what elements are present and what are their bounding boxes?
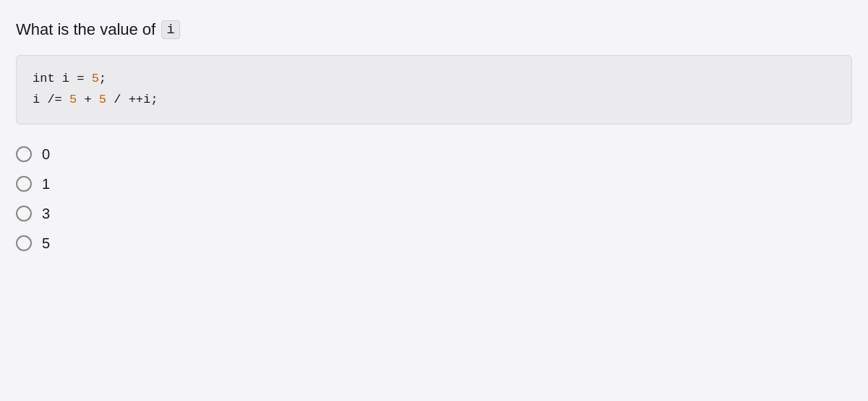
option-item-1[interactable]: 1 [16, 176, 852, 193]
code-semicolon-1: ; [99, 72, 106, 85]
radio-button-3[interactable] [16, 206, 32, 221]
question-header: What is the value of i [16, 20, 852, 39]
code-line-2: i /= 5 + 5 / ++i; [33, 90, 835, 111]
code-value-5b: 5 [99, 93, 106, 106]
code-block: int i = 5; i /= 5 + 5 / ++i; [16, 55, 852, 124]
code-equals: = [77, 72, 91, 85]
code-value-5-line1: 5 [92, 72, 99, 85]
code-div-preinc: / ++i; [106, 93, 158, 106]
option-item-5[interactable]: 5 [16, 235, 852, 252]
radio-button-1[interactable] [16, 176, 32, 192]
option-label-5: 5 [42, 235, 50, 252]
code-plus: + [77, 93, 99, 106]
options-list: 0 1 3 5 [16, 146, 852, 252]
option-label-3: 3 [42, 206, 50, 222]
variable-code-inline: i [161, 20, 179, 39]
code-value-5a: 5 [69, 93, 77, 106]
option-item-3[interactable]: 3 [16, 206, 852, 222]
option-label-0: 0 [42, 146, 50, 163]
radio-button-0[interactable] [16, 146, 32, 162]
code-i-div-assign: i /= [33, 93, 69, 106]
code-int-keyword: int i [33, 72, 77, 85]
radio-button-5[interactable] [16, 235, 32, 251]
code-line-1: int i = 5; [33, 69, 835, 90]
option-label-1: 1 [42, 176, 50, 193]
option-item-0[interactable]: 0 [16, 146, 852, 163]
question-prefix-text: What is the value of [16, 20, 156, 39]
